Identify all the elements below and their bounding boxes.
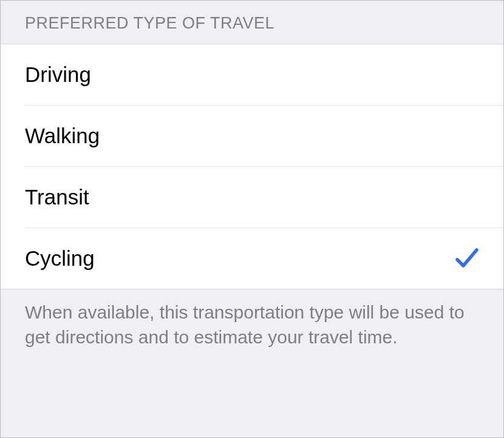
travel-type-list: Driving Walking Transit Cycling [1, 44, 503, 289]
list-item-walking[interactable]: Walking [1, 106, 503, 166]
section-header: PREFERRED TYPE OF TRAVEL [1, 1, 503, 44]
list-item-label: Transit [25, 185, 89, 209]
list-item-cycling[interactable]: Cycling [1, 228, 503, 289]
list-item-label: Walking [25, 124, 100, 148]
settings-section: PREFERRED TYPE OF TRAVEL Driving Walking… [0, 0, 504, 438]
list-item-label: Cycling [25, 246, 95, 271]
section-footer: When available, this transportation type… [1, 289, 503, 349]
checkmark-icon [455, 246, 479, 271]
list-item-transit[interactable]: Transit [1, 167, 503, 227]
list-item-label: Driving [25, 62, 91, 87]
list-item-driving[interactable]: Driving [1, 44, 503, 105]
